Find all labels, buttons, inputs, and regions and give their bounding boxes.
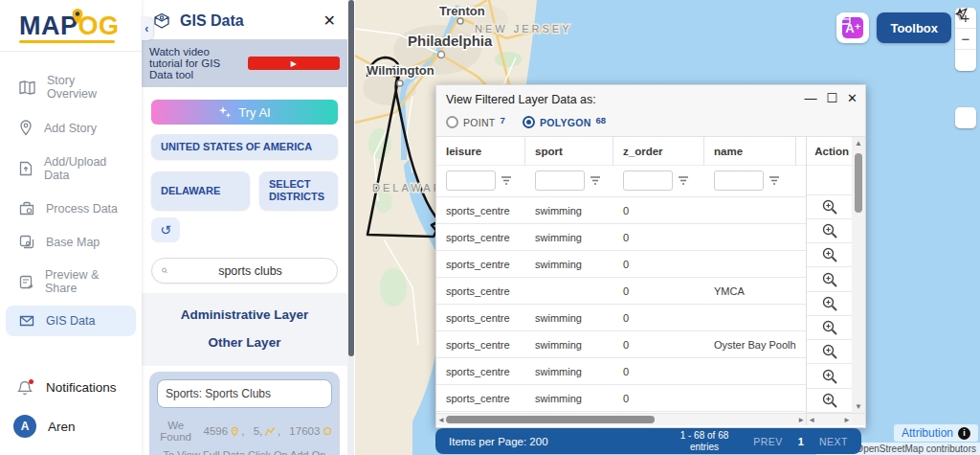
add-story-icon bbox=[19, 120, 33, 136]
cell-name bbox=[704, 251, 796, 277]
filter-input-sport[interactable] bbox=[535, 171, 585, 191]
row-zoom-button[interactable] bbox=[807, 364, 852, 388]
filter-icon[interactable] bbox=[501, 176, 512, 186]
try-ai-button[interactable]: Try AI bbox=[151, 100, 338, 125]
cell-z-order: 0 bbox=[613, 412, 704, 413]
geometry-radio-group: POINT 7 POLYGON 68 bbox=[446, 115, 856, 128]
scroll-right-arrow[interactable]: ► bbox=[796, 416, 806, 424]
sidebar-item-label: Preview & Share bbox=[45, 268, 126, 295]
table-row[interactable]: sports_centre0YMCAu bbox=[436, 278, 806, 305]
magnifier-plus-icon bbox=[822, 320, 837, 335]
table-row[interactable]: sports_centreswimming0u bbox=[436, 358, 806, 385]
state-select-button[interactable]: DELAWARE bbox=[151, 171, 250, 210]
filter-input-z-order[interactable] bbox=[623, 171, 673, 191]
locate-button[interactable] bbox=[955, 107, 976, 128]
user-name: Aren bbox=[48, 420, 76, 434]
cell-leisure: sports_centre bbox=[436, 278, 525, 304]
table-row[interactable]: sports_centreswimming0u bbox=[436, 305, 806, 331]
cell-sport: swimming bbox=[525, 385, 613, 411]
found-summary: We Found 4596 , 5, , 17603 bbox=[157, 420, 332, 443]
row-zoom-button[interactable] bbox=[807, 340, 852, 364]
toolbox-button[interactable]: Toolbox bbox=[877, 12, 951, 43]
row-zoom-button[interactable] bbox=[807, 292, 852, 316]
attribution-toggle[interactable]: Attribution i bbox=[894, 424, 978, 442]
scroll-left-arrow[interactable]: ◄ bbox=[807, 416, 816, 424]
vertical-scrollbar[interactable]: ▲ ▼ bbox=[852, 137, 865, 413]
current-page[interactable]: 1 bbox=[798, 436, 804, 447]
cell-name bbox=[704, 412, 796, 413]
radio-point[interactable]: POINT 7 bbox=[446, 115, 505, 128]
scroll-left-arrow[interactable]: ◄ bbox=[436, 416, 446, 424]
filter-icon[interactable] bbox=[768, 176, 780, 186]
sidebar-item-process-data[interactable]: Process Data bbox=[6, 193, 136, 224]
table-row[interactable]: sports_centreswimming0Oyster Bay Poolh..… bbox=[436, 331, 806, 358]
zoom-out-button[interactable]: − bbox=[955, 29, 976, 50]
sidebar-item-story-overview[interactable]: Story Overview bbox=[6, 65, 136, 109]
row-zoom-button[interactable] bbox=[807, 389, 852, 413]
sidebar-item-base-map[interactable]: Base Map bbox=[6, 226, 136, 258]
column-header-sport[interactable]: sport bbox=[525, 137, 613, 166]
prev-button[interactable]: PREV bbox=[753, 436, 783, 447]
row-zoom-button[interactable] bbox=[807, 219, 852, 243]
vertical-scroll-thumb[interactable] bbox=[855, 153, 862, 213]
administrative-layer-link[interactable]: Administrative Layer bbox=[142, 301, 347, 329]
districts-select-button[interactable]: SELECT DISTRICTS bbox=[259, 171, 338, 210]
scroll-right-arrow[interactable]: ► bbox=[842, 416, 852, 424]
close-icon[interactable]: ✕ bbox=[847, 91, 858, 105]
notifications-button[interactable]: Notifications bbox=[0, 372, 142, 409]
table-row[interactable]: sports_centreswimming0u bbox=[436, 224, 806, 251]
undo-button[interactable]: ↺ bbox=[151, 217, 180, 242]
search-input[interactable] bbox=[173, 264, 327, 278]
sidebar-collapse-button[interactable]: ‹ bbox=[141, 17, 153, 40]
table-row[interactable]: sports_centreswimming0u bbox=[436, 197, 806, 224]
panel-close-icon[interactable]: ✕ bbox=[323, 11, 336, 30]
sidebar-item-preview-share[interactable]: Preview & Share bbox=[6, 260, 136, 304]
filter-input-leisure[interactable] bbox=[446, 171, 496, 191]
table-row[interactable]: sports_centreswimming0u bbox=[436, 412, 806, 413]
scroll-up-arrow[interactable]: ▲ bbox=[855, 137, 862, 149]
row-zoom-button[interactable] bbox=[807, 195, 852, 219]
column-header-sl[interactable]: sl bbox=[796, 137, 806, 166]
filter-icon[interactable] bbox=[678, 176, 689, 186]
compass-button[interactable] bbox=[955, 50, 976, 71]
maximize-icon[interactable]: ☐ bbox=[826, 91, 837, 105]
sidebar-item-gis-data[interactable]: GIS Data bbox=[6, 306, 136, 336]
selected-layer-field[interactable]: Sports: Sports Clubs bbox=[157, 379, 332, 408]
column-header-name[interactable]: name bbox=[704, 137, 796, 166]
magnifier-plus-icon bbox=[822, 247, 837, 262]
next-button[interactable]: NEXT bbox=[819, 436, 848, 447]
panel-scrollbar[interactable] bbox=[348, 0, 354, 455]
row-zoom-button[interactable] bbox=[807, 316, 852, 340]
radio-polygon[interactable]: POLYGON 68 bbox=[523, 115, 606, 128]
items-per-page[interactable]: Items per Page: 200 bbox=[449, 436, 680, 447]
row-zoom-button[interactable] bbox=[807, 243, 852, 267]
column-header-leisure[interactable]: leisure bbox=[436, 137, 525, 166]
sidebar-item-add-story[interactable]: Add Story bbox=[6, 111, 136, 145]
cell-z-order: 0 bbox=[613, 197, 704, 223]
country-select-button[interactable]: UNITED STATES OF AMERICA bbox=[151, 134, 338, 159]
other-layer-link[interactable]: Other Layer bbox=[142, 329, 347, 356]
panel-scroll-thumb[interactable] bbox=[348, 0, 354, 356]
tutorial-banner[interactable]: Watch video tutorial for GIS Data tool ▶ bbox=[142, 39, 347, 87]
table-row[interactable]: sports_centreswimming0u bbox=[436, 385, 806, 412]
scroll-down-arrow[interactable]: ▼ bbox=[855, 400, 862, 413]
filter-input-name[interactable] bbox=[714, 171, 764, 191]
action-scrollbar[interactable]: ◄ ► bbox=[806, 414, 852, 425]
sidebar-item-label: Add/Upload Data bbox=[44, 155, 126, 182]
horizontal-scroll-thumb[interactable] bbox=[446, 416, 655, 423]
layer-search-box[interactable] bbox=[151, 258, 338, 284]
table-row[interactable]: sports_centreswimming0u bbox=[436, 251, 806, 278]
user-profile-button[interactable]: A Aren bbox=[0, 409, 142, 445]
cell-leisure: sports_centre bbox=[436, 251, 525, 277]
filter-icon[interactable] bbox=[590, 176, 601, 186]
cell-leisure: sports_centre bbox=[436, 305, 525, 330]
radio-point-circle bbox=[446, 116, 458, 128]
minimize-icon[interactable]: — bbox=[804, 91, 816, 105]
sidebar-item-label: Process Data bbox=[46, 202, 118, 216]
youtube-icon[interactable]: ▶ bbox=[248, 57, 341, 70]
horizontal-scrollbar[interactable]: ◄ ► bbox=[436, 414, 806, 425]
row-zoom-button[interactable] bbox=[807, 267, 852, 291]
sidebar-item-add-upload-data[interactable]: Add/Upload Data bbox=[6, 147, 136, 191]
cell-leisure: sports_centre bbox=[436, 331, 525, 357]
column-header-z-order[interactable]: z_order bbox=[613, 137, 704, 166]
